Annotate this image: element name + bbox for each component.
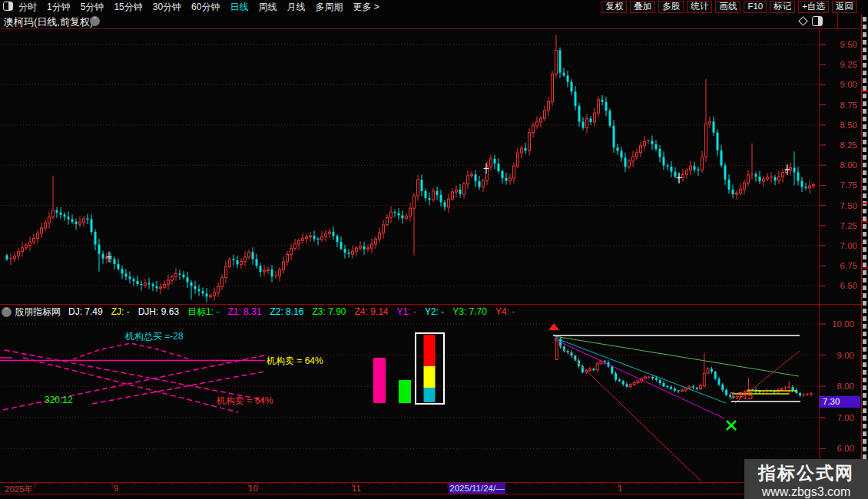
period-tab-2[interactable]: 5分钟 — [81, 1, 104, 14]
indicator-field-3: 目标1: - — [187, 306, 219, 317]
main-axis-label: 9.25 — [833, 60, 857, 69]
watermark: 指标公式网 www.zbgs3.com — [744, 459, 868, 499]
toolbar-button-1[interactable]: 叠加 — [630, 1, 655, 13]
toolbar-button-2[interactable]: 多股 — [658, 1, 684, 13]
period-tab-1[interactable]: 1分钟 — [47, 1, 71, 14]
divider — [861, 14, 862, 499]
lower-axis-label: 10.00 — [830, 319, 854, 329]
divider — [0, 482, 868, 483]
main-axis-label: 8.00 — [833, 160, 857, 170]
lower-axis-label: 9.00 — [830, 351, 854, 360]
main-axis-label: 9.00 — [833, 80, 857, 89]
divider — [0, 494, 868, 494]
indicator-field-1: ZJ: - — [111, 306, 130, 317]
divider — [0, 304, 862, 305]
toolbar-button-3[interactable]: 统计 — [687, 1, 712, 13]
main-axis-label: 7.50 — [833, 201, 857, 210]
toolbar-button-4[interactable]: 画线 — [715, 1, 740, 13]
lower-axis-label: 8.00 — [830, 382, 854, 391]
toolbar-button-6[interactable]: 标记 — [770, 1, 795, 13]
toolbar-button-7[interactable]: +自选 — [798, 1, 829, 13]
main-axis-label: 8.75 — [833, 101, 857, 110]
watermark-title: 指标公式网 — [744, 461, 868, 485]
period-tab-8[interactable]: 月线 — [287, 1, 305, 14]
period-tab-0[interactable]: 分时 — [18, 1, 37, 14]
divider — [837, 14, 838, 29]
chevron-down-icon[interactable]: ˇ — [2, 307, 12, 317]
annotation-sell-red: 机构卖 = 64% — [217, 395, 273, 408]
indicator-field-4: Z1: 8.31 — [227, 306, 261, 317]
chart-canvas — [0, 0, 868, 499]
date-chip[interactable]: 2025/11/24/— — [449, 483, 505, 494]
divider — [0, 28, 862, 29]
annotation-ratio: 320:12 — [45, 395, 73, 405]
split-pane-icon[interactable] — [3, 2, 13, 11]
indicator-field-9: Y2: - — [425, 306, 444, 317]
period-tabs: 分时1分钟5分钟15分钟30分钟60分钟日线周线月线多周期更多 > — [18, 0, 379, 14]
top-toolbar: 分时1分钟5分钟15分钟30分钟60分钟日线周线月线多周期更多 > 复权叠加多股… — [0, 0, 868, 15]
lower-axis-label: 7.00 — [830, 413, 854, 422]
indicator-field-10: Y3: 7.70 — [452, 306, 487, 317]
main-axis-label: 6.75 — [833, 261, 857, 270]
indicator-field-8: Y1: - — [397, 306, 416, 317]
time-axis-label: 10 — [248, 484, 258, 493]
period-tab-4[interactable]: 30分钟 — [153, 1, 181, 14]
main-axis-label: 7.00 — [833, 241, 857, 250]
indicator-field-6: Z3: 7.90 — [312, 306, 346, 317]
toolbar-button-group: 复权叠加多股统计画线F10标记+自选返回 — [601, 1, 857, 13]
last-price-badge: 7.30 — [820, 396, 860, 408]
indicator-field-7: Z4: 9.14 — [355, 306, 389, 317]
indicator-field-11: Y4: - — [495, 306, 515, 317]
period-tab-3[interactable]: 15分钟 — [114, 1, 142, 14]
main-axis-label: 6.50 — [833, 281, 857, 290]
time-axis-label: 1 — [618, 484, 622, 493]
watermark-url: www.zbgs3.com — [744, 485, 868, 499]
time-axis-label: 11 — [352, 484, 361, 493]
chevron-down-icon[interactable]: ˇ — [90, 16, 100, 26]
right-edge-vertical-text-strip — [862, 14, 868, 499]
indicator-field-0: DJ: 7.49 — [68, 306, 103, 317]
toolbar-button-8[interactable]: 返回 — [832, 1, 857, 13]
main-axis-label: 7.25 — [833, 221, 857, 230]
stock-title: 澳柯玛(日线,前复权) — [4, 15, 93, 29]
period-tab-9[interactable]: 多周期 — [315, 1, 343, 14]
indicator-name: 股朋指标网 — [15, 306, 61, 319]
toolbar-button-0[interactable]: 复权 — [601, 1, 627, 13]
bottom-edge-strip — [0, 495, 868, 499]
period-tab-6[interactable]: 日线 — [230, 1, 248, 14]
main-axis-label: 7.75 — [833, 180, 857, 190]
time-axis-label: 9 — [114, 484, 118, 493]
main-axis-label: 8.50 — [833, 121, 857, 130]
indicator-field-5: Z2: 8.16 — [270, 306, 303, 317]
main-axis-label: 9.50 — [833, 40, 857, 49]
axis-border — [819, 29, 820, 494]
annotation-price-note: 7.715 — [730, 391, 753, 402]
lower-axis-label: 6.00 — [830, 444, 854, 453]
annotation-sell-yellow: 机构卖 = 64% — [267, 355, 323, 368]
period-tab-5[interactable]: 60分钟 — [191, 1, 220, 14]
split-pane-icon[interactable] — [812, 16, 823, 26]
period-tab-7[interactable]: 周线 — [258, 1, 277, 14]
main-axis-label: 8.25 — [833, 140, 857, 150]
indicator-header: ˇ 股朋指标网 DJ: 7.49ZJ: -DJH: 9.63目标1: -Z1: … — [0, 306, 862, 319]
indicator-values: DJ: 7.49ZJ: -DJH: 9.63目标1: -Z1: 8.31Z2: … — [68, 306, 523, 319]
period-tab-10[interactable]: 更多 > — [353, 1, 379, 14]
toolbar-button-5[interactable]: F10 — [744, 1, 767, 13]
annotation-total-buy: 机构总买 =-28 — [125, 330, 184, 343]
title-row: 澳柯玛(日线,前复权) — [0, 14, 862, 28]
stock-app-window: 分时1分钟5分钟15分钟30分钟60分钟日线周线月线多周期更多 > 复权叠加多股… — [0, 0, 868, 499]
indicator-field-2: DJH: 9.63 — [138, 306, 179, 317]
